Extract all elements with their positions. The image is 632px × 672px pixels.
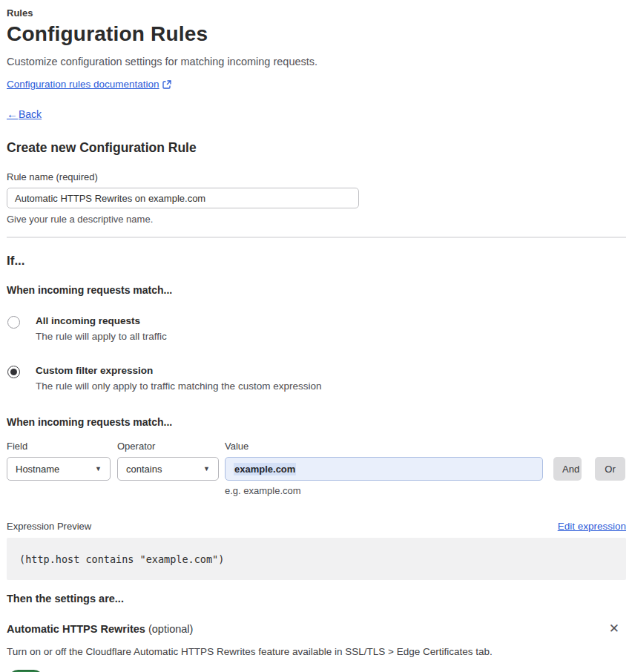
setting-name: Automatic HTTPS Rewrites	[7, 623, 145, 635]
filter-builder-heading: When incoming requests match...	[7, 416, 626, 428]
rule-name-help: Give your rule a descriptive name.	[7, 214, 626, 225]
setting-description: Turn on or off the Cloudflare Automatic …	[7, 646, 626, 657]
radio-desc-all-incoming: The rule will apply to all traffic	[36, 331, 167, 342]
radio-option-all-incoming[interactable]: All incoming requests The rule will appl…	[7, 315, 626, 342]
expression-preview-box: (http.host contains "example.com")	[7, 538, 626, 580]
or-button[interactable]: Or	[595, 457, 625, 481]
documentation-link[interactable]: Configuration rules documentation	[7, 79, 159, 90]
back-link[interactable]: ←Back	[7, 108, 42, 120]
radio-label-all-incoming[interactable]: All incoming requests	[36, 315, 167, 326]
expression-preview-label: Expression Preview	[7, 521, 91, 532]
back-link-label: Back	[19, 108, 42, 120]
rule-name-input[interactable]: Automatic HTTPS Rewrites on example.com	[7, 188, 359, 208]
breadcrumb: Rules	[7, 7, 626, 19]
value-input[interactable]: example.com	[225, 457, 543, 481]
radio-label-custom-filter[interactable]: Custom filter expression	[36, 365, 321, 376]
setting-optional-label: (optional)	[145, 623, 193, 635]
field-select[interactable]: Hostname ▼	[7, 457, 111, 481]
then-settings-heading: Then the settings are...	[7, 593, 626, 605]
chevron-down-icon: ▼	[95, 465, 102, 472]
value-label: Value	[225, 441, 248, 452]
field-label: Field	[7, 441, 117, 452]
if-heading: If...	[7, 254, 626, 269]
field-select-value: Hostname	[16, 464, 59, 475]
edit-expression-link[interactable]: Edit expression	[558, 521, 626, 532]
operator-select-value: contains	[126, 464, 162, 475]
external-link-icon	[162, 80, 171, 89]
radio-button-unchecked[interactable]	[7, 316, 20, 329]
back-arrow-icon: ←	[7, 108, 18, 120]
radio-button-checked[interactable]	[7, 366, 20, 378]
chevron-down-icon: ▼	[203, 465, 210, 472]
radio-option-custom-filter[interactable]: Custom filter expression The rule will o…	[7, 365, 626, 392]
create-rule-heading: Create new Configuration Rule	[7, 140, 626, 156]
operator-label: Operator	[117, 441, 225, 452]
configuration-rules-page: Rules Configuration Rules Customize conf…	[0, 0, 632, 672]
section-divider	[7, 237, 626, 238]
rule-name-label: Rule name (required)	[7, 171, 626, 182]
match-type-heading: When incoming requests match...	[7, 284, 626, 296]
page-title: Configuration Rules	[7, 22, 626, 46]
radio-desc-custom-filter: The rule will only apply to traffic matc…	[36, 381, 321, 392]
operator-select[interactable]: contains ▼	[117, 457, 219, 481]
value-input-text: example.com	[234, 463, 296, 475]
value-example-help: e.g. example.com	[225, 485, 626, 496]
expression-code: (http.host contains "example.com")	[19, 553, 224, 565]
page-description: Customize configuration settings for mat…	[7, 56, 626, 67]
and-button[interactable]: And	[553, 457, 582, 481]
close-icon[interactable]: ✕	[608, 621, 621, 636]
